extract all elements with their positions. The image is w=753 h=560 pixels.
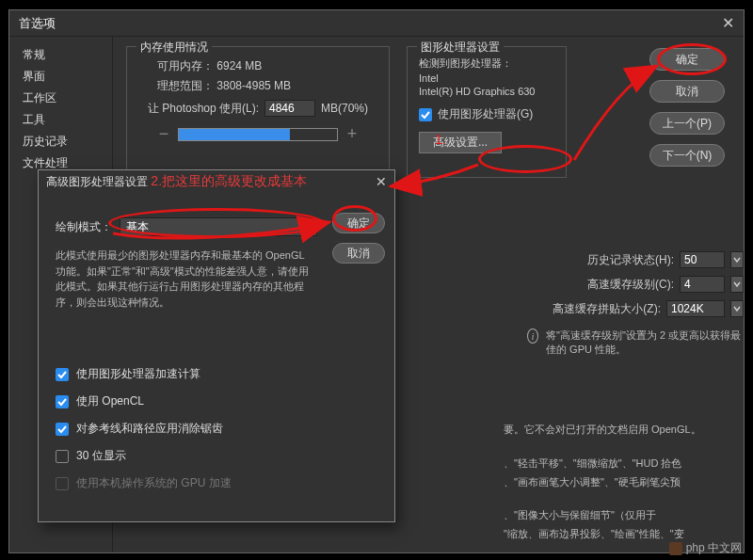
cache-tile-row: 高速缓存拼贴大小(Z): <box>527 300 744 317</box>
annotation-step-1: 1. <box>435 132 446 147</box>
use-gpu-row[interactable]: 使用图形处理器(G) <box>419 106 554 122</box>
next-button[interactable]: 下一个(N) <box>649 144 725 167</box>
cancel-button[interactable]: 取消 <box>649 80 725 103</box>
plus-icon[interactable]: + <box>345 124 359 144</box>
annotation-step-2: 2.把这里的高级更改成基本 <box>151 173 307 188</box>
chevron-down-icon[interactable] <box>730 251 744 268</box>
dialog-title: 首选项 <box>19 15 56 32</box>
gpu-detected: 检测到图形处理器： <box>419 56 554 71</box>
memory-usage-row: 让 Photoshop 使用(L): MB(70%) <box>138 100 377 117</box>
top-row: 内存使用情况 可用内存： 6924 MB 理想范围： 3808-4985 MB … <box>126 46 730 178</box>
partial-text-block: 要。它不会对已打开的文档启用 OpenGL。 、"轻击平移"、"细微缩放"、"H… <box>504 421 753 544</box>
partial-line: 要。它不会对已打开的文档启用 OpenGL。 <box>504 421 753 440</box>
memory-section: 内存使用情况 可用内存： 6924 MB 理想范围： 3808-4985 MB … <box>126 46 390 178</box>
ok-button[interactable]: 确定 <box>649 48 725 71</box>
gpu-section: 图形处理器设置 检测到图形处理器： Intel Intel(R) HD Grap… <box>407 46 567 178</box>
sidebar-item[interactable]: 工作区 <box>9 88 112 109</box>
sub-title-bar: 高级图形处理器设置 2.把这里的高级更改成基本 ✕ <box>39 170 394 193</box>
ck-antialias[interactable]: 对参考线和路径应用消除锯齿 <box>56 421 377 437</box>
ideal-range: 理想范围： 3808-4985 MB <box>157 78 359 94</box>
label: 理想范围： <box>157 79 214 92</box>
memory-input[interactable] <box>264 100 315 117</box>
label: 可用内存： <box>157 59 214 72</box>
history-states-row: 历史记录状态(H): <box>527 251 744 268</box>
checkbox-off-icon[interactable] <box>56 450 69 463</box>
chevron-down-icon[interactable] <box>730 276 744 293</box>
sidebar-item[interactable]: 常规 <box>9 44 112 66</box>
title-bar: 首选项 ✕ <box>9 10 744 37</box>
sidebar-item[interactable]: 历史记录 <box>9 131 112 152</box>
cache-tile-input[interactable] <box>666 300 725 317</box>
gpu-title: 图形处理器设置 <box>417 40 504 56</box>
info-row: i 将"高速缓存级别"设置为 2 或更高以获得最佳的 GPU 性能。 <box>527 328 744 358</box>
sub-ok-button[interactable]: 确定 <box>332 213 385 233</box>
label: 高速缓存拼贴大小(Z): <box>553 301 661 317</box>
label: 使用本机操作系统的 GPU 加速 <box>76 475 232 491</box>
checkbox-on-icon[interactable] <box>419 108 432 121</box>
advanced-settings-button[interactable]: 高级设置... <box>419 132 502 153</box>
ck-30bit[interactable]: 30 位显示 <box>56 448 377 464</box>
draw-mode-label: 绘制模式： <box>56 219 112 235</box>
label: 使用图形处理器加速计算 <box>76 366 200 382</box>
prev-button[interactable]: 上一个(P) <box>649 112 725 135</box>
label: 让 Photoshop 使用(L): <box>148 101 259 117</box>
checkbox-disabled-icon <box>56 477 69 490</box>
partial-line: 、"画布画笔大小调整"、"硬毛刷笔尖预 <box>504 473 753 492</box>
info-text: 将"高速缓存级别"设置为 2 或更高以获得最佳的 GPU 性能。 <box>546 328 744 358</box>
draw-mode-description: 此模式使用最少的图形处理器内存和最基本的 OpenGL 功能。如果"正常"和"高… <box>56 248 312 310</box>
sub-checkbox-group: 使用图形处理器加速计算 使用 OpenCL 对参考线和路径应用消除锯齿 30 位… <box>56 366 377 491</box>
cache-levels-input[interactable] <box>680 276 725 293</box>
close-icon[interactable]: ✕ <box>722 14 734 32</box>
checkbox-on-icon[interactable] <box>56 368 69 381</box>
advanced-gpu-dialog: 高级图形处理器设置 2.把这里的高级更改成基本 ✕ 绘制模式： 确定 取消 此模… <box>38 169 395 522</box>
label: 30 位显示 <box>76 448 126 464</box>
memory-title: 内存使用情况 <box>136 40 212 56</box>
sidebar-item[interactable]: 界面 <box>9 66 112 88</box>
partial-line: 、"轻击平移"、"细微缩放"、"HUD 拾色 <box>504 455 753 473</box>
sub-dialog-buttons: 确定 取消 <box>332 213 385 264</box>
use-gpu-label: 使用图形处理器(G) <box>438 106 533 122</box>
ck-opencl[interactable]: 使用 OpenCL <box>56 393 377 409</box>
side-buttons: 确定 取消 上一个(P) 下一个(N) <box>649 48 730 167</box>
history-states-input[interactable] <box>680 251 725 268</box>
sidebar-item[interactable]: 工具 <box>9 109 112 131</box>
draw-mode-row: 绘制模式： <box>56 217 377 236</box>
chevron-down-icon[interactable] <box>730 300 744 317</box>
label: 使用 OpenCL <box>76 393 144 409</box>
checkbox-on-icon[interactable] <box>56 395 69 408</box>
label: 对参考线和路径应用消除锯齿 <box>76 421 223 437</box>
cache-levels-row: 高速缓存级别(C): <box>527 276 744 293</box>
minus-icon[interactable]: − <box>157 124 170 144</box>
gpu-model: Intel(R) HD Graphics 630 <box>419 86 554 97</box>
info-icon: i <box>527 328 538 344</box>
ck-gpu-accel[interactable]: 使用图形处理器加速计算 <box>56 366 377 382</box>
history-cache-group: 历史记录状态(H): 高速缓存级别(C): 高速缓存拼贴大小(Z): i 将"高 <box>527 244 744 358</box>
sub-body: 绘制模式： 确定 取消 此模式使用最少的图形处理器内存和最基本的 OpenGL … <box>39 193 394 516</box>
suffix: MB(70%) <box>321 102 368 115</box>
watermark-text: php 中文网 <box>686 540 742 556</box>
draw-mode-select[interactable] <box>120 217 317 236</box>
value: 3808-4985 MB <box>216 79 291 92</box>
partial-line: 、"图像大小与保留细节"（仅用于 <box>504 506 753 525</box>
value: 6924 MB <box>216 59 262 72</box>
sub-cancel-button[interactable]: 取消 <box>332 243 385 264</box>
slider-track[interactable] <box>178 128 338 141</box>
watermark: php 中文网 <box>669 540 742 556</box>
close-icon[interactable]: ✕ <box>376 174 387 189</box>
available-memory: 可用内存： 6924 MB <box>157 58 359 74</box>
label: 高速缓存级别(C): <box>587 277 674 293</box>
memory-slider[interactable]: − + <box>138 124 377 144</box>
sub-dialog-title: 高级图形处理器设置 <box>46 175 148 188</box>
gpu-vendor: Intel <box>419 72 554 84</box>
label: 历史记录状态(H): <box>587 252 674 268</box>
ck-native-gpu: 使用本机操作系统的 GPU 加速 <box>56 475 377 491</box>
logo-icon <box>669 542 682 555</box>
checkbox-on-icon[interactable] <box>56 423 69 436</box>
slider-fill <box>179 129 290 140</box>
